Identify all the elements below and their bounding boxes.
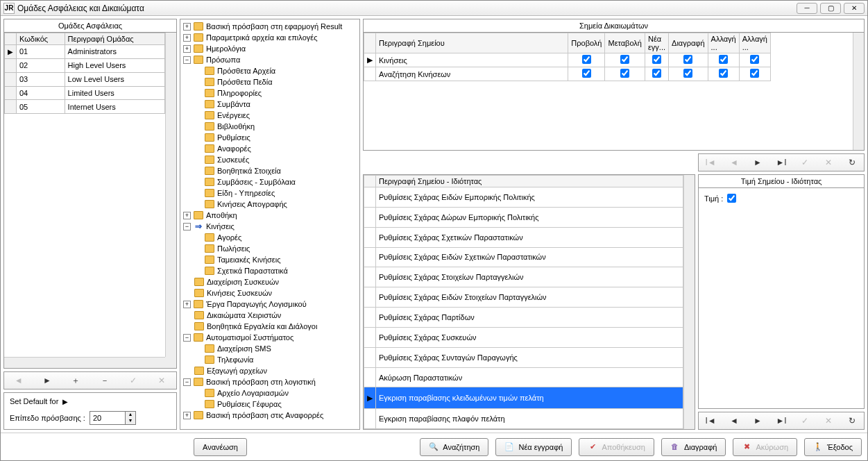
table-row[interactable]: ▶01Administrators — [5, 45, 165, 59]
tree-node-label[interactable]: Βασική πρόσβαση στη εφαρμογή Result — [206, 21, 342, 32]
search-button[interactable]: 🔍 Αναζήτηση — [420, 438, 488, 456]
list-item[interactable]: Ρυθμίσεις Σχάρας Ειδών Σχετικών Παραστατ… — [364, 247, 683, 267]
table-row[interactable]: Αναζήτηση Κινήσεων — [364, 67, 853, 81]
tree-node-label[interactable]: Ταμειακές Κινήσεις — [217, 254, 281, 265]
tree-node-label[interactable]: Έργα Παραγωγής Λογισμικού — [206, 299, 307, 310]
list-item[interactable]: ▶Εγκριση παραβίασης κλειδωμένων τιμών πε… — [364, 387, 683, 409]
perm-checkbox[interactable] — [620, 55, 629, 64]
tree-node-label[interactable]: Ρυθμίσεις Γέφυρας — [217, 399, 282, 410]
nav-prev-icon[interactable]: ◄ — [726, 158, 742, 167]
tree-node-label[interactable]: Κινήσεις — [206, 221, 235, 232]
tree-node-label[interactable]: Συμβάντα — [217, 99, 250, 110]
perm-col-del[interactable]: Διαγραφή — [669, 33, 708, 53]
tree-node-label[interactable]: Αγορές — [217, 232, 241, 243]
nav-confirm-icon[interactable]: ✓ — [797, 416, 813, 426]
tree-node-label[interactable]: Είδη - Υπηρεσίες — [217, 187, 275, 199]
tree-node-label[interactable]: Δικαιώματα Χειριστών — [207, 310, 281, 321]
property-list[interactable]: Περιγραφή Σημείου - Ιδιότητας Ρυθμίσεις … — [364, 175, 683, 429]
list-item[interactable]: Ρυθμίσεις Σχάρας Ειδών Στοιχείων Παρταγγ… — [364, 287, 683, 308]
groups-table[interactable]: Κωδικός Περιγραφή Ομάδας ▶01Administrato… — [4, 33, 165, 357]
cancel-button[interactable]: ✖ Ακύρωση — [733, 438, 797, 456]
perm-checkbox[interactable] — [582, 69, 591, 78]
groups-col-code[interactable]: Κωδικός — [17, 33, 65, 45]
tree-node-label[interactable]: Βοηθητικά Στοιχεία — [217, 165, 281, 176]
tree-node-label[interactable]: Πληροφορίες — [217, 87, 262, 99]
tree-node-label[interactable]: Αποθήκη — [206, 210, 237, 221]
tree-node-label[interactable]: Κινήσεις Συσκευών — [207, 287, 272, 299]
tree-node-label[interactable]: Βιβλιοθήκη — [217, 121, 255, 132]
perm-checkbox[interactable] — [750, 69, 759, 78]
nav-confirm-icon[interactable]: ✓ — [125, 376, 142, 385]
delete-button[interactable]: 🗑 Διαγραφή — [661, 438, 726, 456]
exit-button[interactable]: 🚶 Έξοδος — [804, 438, 862, 456]
prop-scrollbar[interactable] — [683, 175, 695, 429]
save-button[interactable]: ✔ Αποθήκευση — [579, 438, 654, 456]
access-level-spinner[interactable]: ▲ ▼ — [90, 411, 136, 425]
list-item[interactable]: Ρυθμίσεις Σχάρας Σχετικών Παραστατικών — [364, 227, 683, 247]
list-item[interactable]: Ρυθμίσεις Σχάρας Συσκευών — [364, 327, 683, 347]
perm-col-view[interactable]: Προβολή — [568, 33, 605, 53]
tree-node-label[interactable]: Βοηθητικά Εργαλεία και Διάλογοι — [207, 321, 317, 332]
nav-refresh-icon[interactable]: ↻ — [844, 158, 860, 167]
permissions-tree[interactable]: +Βασική πρόσβαση στη εφαρμογή Result +Πα… — [180, 19, 359, 429]
nav-last-icon[interactable]: ►I — [773, 416, 790, 426]
expand-icon[interactable]: + — [183, 34, 191, 42]
collapse-icon[interactable]: − — [183, 56, 191, 64]
list-item[interactable]: Ρυθμίσεις Σχάρας Ειδών Εμπορικής Πολιτικ… — [364, 187, 683, 208]
list-item[interactable]: Εγκριση παραβίασης πλαφόν πελάτη — [364, 408, 683, 428]
nav-refresh-icon[interactable]: ↻ — [844, 416, 860, 426]
perm-checkbox[interactable] — [750, 55, 759, 64]
nav-last-icon[interactable]: ►I — [773, 158, 790, 167]
list-item[interactable]: Ρυθμίσεις Σχάρας Δώρων Εμπορικής Πολιτικ… — [364, 207, 683, 227]
refresh-button[interactable]: Ανανέωση — [194, 438, 247, 456]
spinner-up-icon[interactable]: ▲ — [126, 412, 135, 418]
close-button[interactable]: ✕ — [844, 3, 865, 14]
tree-node-label[interactable]: Συσκευές — [217, 154, 249, 165]
nav-first-icon[interactable]: ◄ — [10, 376, 27, 385]
tree-node-label[interactable]: Διαχείριση Συσκευών — [207, 276, 279, 287]
tree-node-label[interactable]: Παραμετρικά αρχεία και επιλογές — [206, 32, 317, 43]
tree-node-label[interactable]: Συμβάσεις - Συμβόλαια — [217, 176, 296, 187]
nav-add-icon[interactable]: ＋ — [67, 375, 84, 387]
tree-node-label[interactable]: Πρόσθετα Πεδία — [217, 76, 273, 87]
groups-scrollbar[interactable] — [165, 33, 176, 357]
list-item[interactable]: Ρυθμίσεις Σχάρας Παρτίδων — [364, 308, 683, 328]
nav-next-icon[interactable]: ► — [749, 158, 766, 167]
new-record-button[interactable]: 📄 Νέα εγγραφή — [495, 438, 572, 456]
tree-node-label[interactable]: Σχετικά Παραστατικά — [217, 265, 288, 276]
nav-next-icon[interactable]: ► — [39, 376, 56, 385]
table-row[interactable]: ▶Κινήσεις — [364, 53, 853, 67]
perm-col-edit[interactable]: Μεταβολή — [605, 33, 645, 53]
perm-checkbox[interactable] — [683, 69, 692, 78]
maximize-button[interactable]: ▢ — [820, 3, 841, 14]
groups-col-desc[interactable]: Περιγραφή Ομάδας — [65, 33, 164, 45]
tree-node-label[interactable]: Αναφορές — [217, 143, 251, 154]
perm-scrollbar[interactable] — [853, 33, 864, 150]
tree-node-label[interactable]: Τηλεφωνία — [217, 354, 253, 365]
collapse-icon[interactable]: − — [183, 334, 191, 342]
spinner-down-icon[interactable]: ▼ — [126, 418, 135, 424]
perm-checkbox[interactable] — [719, 55, 728, 64]
list-item[interactable]: Ρυθμίσεις Σχάρας Στοιχείων Παρταγγελιών — [364, 267, 683, 287]
perm-checkbox[interactable] — [683, 55, 692, 64]
collapse-icon[interactable]: − — [183, 378, 191, 386]
table-row[interactable]: 02High Level Users — [5, 58, 165, 72]
groups-hscroll[interactable] — [4, 357, 165, 368]
nav-next-icon[interactable]: ► — [749, 416, 766, 426]
nav-cancel-icon[interactable]: ✕ — [153, 376, 170, 385]
prop-col-desc[interactable]: Περιγραφή Σημείου - Ιδιότητας — [376, 176, 683, 187]
nav-cancel-icon[interactable]: ✕ — [820, 158, 837, 167]
tree-node-label[interactable]: Πωλήσεις — [217, 243, 250, 254]
collapse-icon[interactable]: − — [183, 223, 191, 230]
perm-checkbox[interactable] — [652, 69, 661, 78]
table-row[interactable]: 04Limited Users — [5, 86, 165, 100]
table-row[interactable]: 05Internet Users — [5, 100, 165, 114]
perm-col-chg1[interactable]: Αλλαγή ... — [708, 33, 739, 53]
list-item[interactable]: Ρυθμίσεις Σχάρας Συνταγών Παραγωγής — [364, 347, 683, 367]
tree-node-label[interactable]: Βασική πρόσβαση στις Αναφορρές — [206, 410, 323, 421]
expand-icon[interactable]: + — [183, 212, 191, 219]
perm-checkbox[interactable] — [719, 69, 728, 78]
chevron-right-icon[interactable]: ▶ — [62, 398, 68, 405]
tree-node-label[interactable]: Ενέργειες — [217, 110, 250, 121]
perm-col-desc[interactable]: Περιγραφή Σημείου — [376, 33, 568, 53]
